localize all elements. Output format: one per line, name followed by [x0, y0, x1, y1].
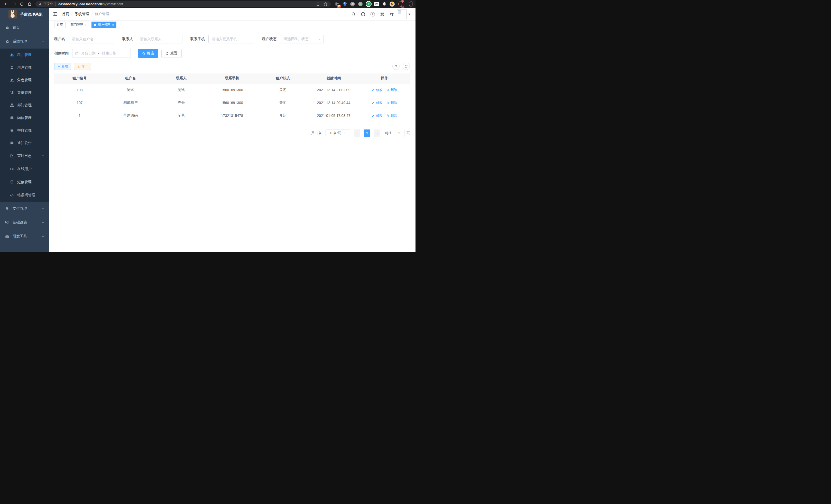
browser-update-button[interactable]: 更新: [398, 1, 413, 7]
contact-input[interactable]: [137, 35, 182, 43]
date-range-input[interactable]: 开始日期 - 结束日期: [72, 49, 131, 58]
url-host[interactable]: dashboard.yudao.iocoder.cn: [58, 2, 102, 6]
col-header: 租户状态: [257, 76, 308, 81]
bookmark-star-icon[interactable]: [323, 2, 327, 6]
font-size-icon[interactable]: TT: [389, 11, 394, 17]
date-start-placeholder: 开始日期: [81, 51, 95, 56]
sidebar-item-home[interactable]: 首页: [0, 21, 49, 35]
forward-icon[interactable]: [10, 1, 18, 7]
extension-dot-icon[interactable]: [358, 2, 363, 7]
back-icon[interactable]: [3, 1, 10, 7]
extension-chat-icon[interactable]: [374, 2, 379, 6]
tag-home[interactable]: 首页: [54, 22, 65, 28]
status-select[interactable]: 请选择租户状态: [280, 35, 324, 43]
goto-page-input[interactable]: [394, 129, 404, 137]
edit-link[interactable]: 修改: [372, 100, 382, 105]
delete-link[interactable]: 删除: [386, 113, 397, 118]
edit-link[interactable]: 修改: [372, 88, 382, 92]
sidebar-item-post[interactable]: 岗位管理: [0, 112, 49, 124]
sidebar-item-online-users[interactable]: 在线用户: [0, 162, 49, 175]
avatar-caret-icon[interactable]: ▼: [408, 12, 411, 16]
sidebar-item-label: 用户管理: [17, 65, 32, 70]
broadcast-icon: [10, 167, 14, 171]
page-size-select[interactable]: 10条/页: [325, 129, 350, 137]
trash-icon: [386, 114, 389, 117]
sidebar-item-label: 研发工具: [12, 234, 27, 239]
gear-icon: [5, 39, 9, 44]
tenant-name-input[interactable]: [68, 35, 114, 43]
page-content: 租户名 联系人 联系手机 租户状态 请选择租户状态: [49, 29, 416, 137]
refresh-table-button[interactable]: [403, 63, 410, 70]
cell-phone: 17321315478: [207, 114, 257, 118]
sidebar-item-payment[interactable]: ¥ 支付管理: [0, 202, 49, 215]
delete-link[interactable]: 删除: [386, 100, 397, 105]
cell-phone: 15601691300: [207, 101, 257, 105]
warning-icon[interactable]: [38, 2, 42, 6]
profile-avatar-icon[interactable]: [390, 2, 395, 7]
edit-label: 修改: [376, 100, 382, 105]
search-button[interactable]: 搜索: [138, 49, 158, 58]
reload-icon[interactable]: [18, 1, 26, 7]
user-avatar[interactable]: [397, 9, 406, 19]
add-button[interactable]: 新增: [54, 63, 71, 70]
breadcrumb-system[interactable]: 系统管理: [75, 12, 89, 17]
message-icon: [10, 141, 14, 145]
cell-created: 2021-01-05 17:03:47: [308, 114, 359, 118]
tag-tenant-active[interactable]: 租户管理 ×: [91, 22, 116, 28]
tag-dept[interactable]: 部门管理 ×: [68, 22, 89, 28]
breadcrumb: 首页 / 系统管理 / 租户管理: [62, 12, 109, 17]
sidebar-item-user[interactable]: 用户管理: [0, 61, 49, 74]
share-icon[interactable]: [316, 2, 320, 6]
toggle-search-button[interactable]: [392, 63, 400, 70]
search-icon[interactable]: [351, 11, 356, 17]
extension-y-icon[interactable]: Y: [366, 1, 372, 7]
home-icon[interactable]: [26, 1, 33, 7]
search-icon: [395, 65, 398, 68]
delete-link[interactable]: 删除: [386, 88, 397, 92]
col-header: 创建时间: [308, 76, 359, 81]
sidebar-item-dict[interactable]: 字典管理: [0, 124, 49, 137]
sidebar-item-system[interactable]: 系统管理: [0, 35, 49, 49]
total-count: 共 3 条: [311, 131, 322, 136]
breadcrumb-home[interactable]: 首页: [62, 12, 69, 17]
extension-grid-icon[interactable]: 10: [334, 2, 339, 7]
chevron-down-icon: [41, 181, 45, 183]
security-label[interactable]: 不安全: [44, 2, 53, 6]
sidebar-item-menu[interactable]: 菜单管理: [0, 86, 49, 99]
toolbox-icon: [5, 234, 9, 238]
page-number-active[interactable]: 1: [364, 129, 370, 137]
sidebar-item-errcode[interactable]: 错误码管理: [0, 188, 49, 202]
sidebar-item-tenant[interactable]: 租户管理: [0, 49, 49, 61]
extension-puzzle-icon[interactable]: [381, 2, 387, 7]
prev-page-button[interactable]: ‹: [354, 129, 360, 137]
sidebar-item-devtools[interactable]: 研发工具: [0, 229, 49, 243]
collapse-sidebar-icon[interactable]: [53, 12, 58, 16]
active-dot: [94, 24, 96, 26]
col-header: 操作: [359, 76, 410, 81]
sidebar-item-label: 支付管理: [12, 206, 27, 211]
url-path[interactable]: /system/tenant: [102, 2, 123, 6]
sidebar-item-notice[interactable]: 通知公告: [0, 137, 49, 149]
github-icon[interactable]: [361, 11, 366, 17]
app-logo-row[interactable]: 芋道管理系统: [0, 8, 49, 21]
edit-link[interactable]: 修改: [372, 113, 382, 118]
chevron-up-icon: [41, 40, 45, 43]
next-page-button[interactable]: ›: [374, 129, 380, 137]
sidebar-item-sms[interactable]: 短信管理: [0, 175, 49, 188]
close-icon[interactable]: ×: [85, 23, 86, 26]
sidebar-item-label: 在线用户: [17, 167, 32, 171]
fullscreen-icon[interactable]: [379, 11, 385, 17]
cell-created: 2021-12-14 20:49:44: [308, 101, 359, 105]
address-bar[interactable]: 不安全 dashboard.yudao.iocoder.cn/system/te…: [35, 1, 331, 7]
sidebar-item-role[interactable]: 角色管理: [0, 74, 49, 86]
phone-input[interactable]: [208, 35, 254, 43]
close-icon[interactable]: ×: [112, 23, 114, 26]
help-icon[interactable]: ?: [370, 11, 375, 17]
sidebar-item-dept[interactable]: 部门管理: [0, 99, 49, 112]
sidebar-item-infra[interactable]: 基础设施: [0, 215, 49, 229]
export-button[interactable]: 导出: [74, 63, 91, 70]
extension-cmd-icon[interactable]: ⌘: [350, 2, 355, 6]
sidebar-item-audit-log[interactable]: 审计日志: [0, 149, 49, 162]
extension-drop-icon[interactable]: [342, 2, 347, 7]
reset-button[interactable]: 重置: [161, 49, 182, 58]
